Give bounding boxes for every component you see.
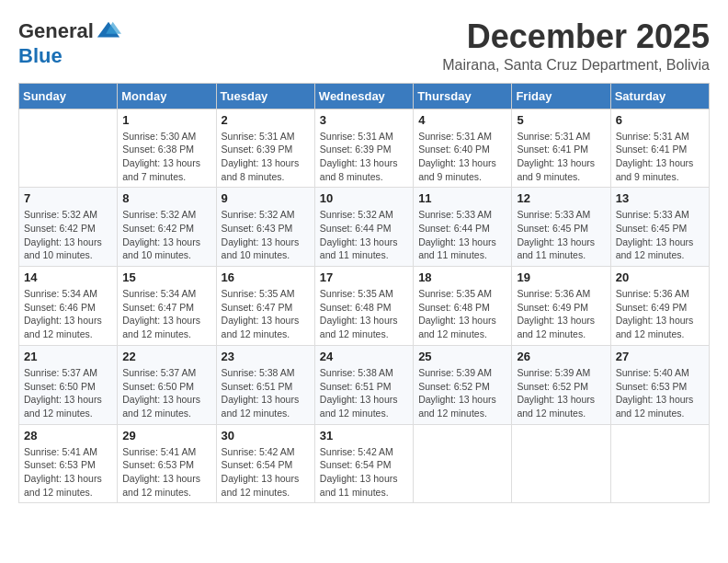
day-number: 29	[122, 429, 210, 442]
day-number: 2	[222, 113, 310, 127]
day-number: 19	[517, 270, 605, 284]
calendar-week-row: 14Sunrise: 5:34 AMSunset: 6:46 PMDayligh…	[19, 267, 710, 346]
calendar-cell: 9Sunrise: 5:32 AMSunset: 6:43 PMDaylight…	[216, 188, 314, 267]
day-info: Sunrise: 5:35 AMSunset: 6:48 PMDaylight:…	[418, 287, 506, 341]
location-title: Mairana, Santa Cruz Department, Bolivia	[442, 57, 710, 74]
day-number: 5	[517, 113, 605, 127]
logo-blue-text: Blue	[18, 44, 63, 67]
day-info: Sunrise: 5:33 AMSunset: 6:45 PMDaylight:…	[517, 208, 605, 262]
day-info: Sunrise: 5:31 AMSunset: 6:39 PMDaylight:…	[222, 130, 310, 184]
day-number: 10	[320, 191, 408, 205]
day-number: 7	[24, 191, 112, 205]
calendar-cell: 8Sunrise: 5:32 AMSunset: 6:42 PMDaylight…	[118, 188, 216, 267]
calendar-cell: 31Sunrise: 5:42 AMSunset: 6:54 PMDayligh…	[314, 424, 413, 503]
calendar-week-row: 1Sunrise: 5:30 AMSunset: 6:38 PMDaylight…	[19, 109, 710, 188]
calendar-cell: 14Sunrise: 5:34 AMSunset: 6:46 PMDayligh…	[19, 267, 118, 346]
day-number: 9	[222, 191, 310, 205]
day-info: Sunrise: 5:32 AMSunset: 6:42 PMDaylight:…	[122, 208, 210, 262]
calendar-cell: 12Sunrise: 5:33 AMSunset: 6:45 PMDayligh…	[512, 188, 610, 267]
day-number: 25	[418, 350, 506, 363]
day-info: Sunrise: 5:35 AMSunset: 6:47 PMDaylight:…	[222, 287, 310, 341]
day-info: Sunrise: 5:34 AMSunset: 6:47 PMDaylight:…	[122, 287, 210, 341]
calendar-cell: 28Sunrise: 5:41 AMSunset: 6:53 PMDayligh…	[19, 424, 118, 503]
calendar-cell: 13Sunrise: 5:33 AMSunset: 6:45 PMDayligh…	[610, 188, 709, 267]
calendar-cell: 29Sunrise: 5:41 AMSunset: 6:53 PMDayligh…	[118, 424, 216, 503]
day-number: 11	[418, 191, 506, 205]
logo: General Blue	[18, 18, 121, 68]
logo-icon	[96, 18, 121, 44]
calendar-cell: 16Sunrise: 5:35 AMSunset: 6:47 PMDayligh…	[216, 267, 314, 346]
day-info: Sunrise: 5:36 AMSunset: 6:49 PMDaylight:…	[517, 287, 605, 341]
day-number: 16	[222, 270, 310, 284]
day-info: Sunrise: 5:39 AMSunset: 6:52 PMDaylight:…	[418, 366, 506, 420]
calendar-cell: 7Sunrise: 5:32 AMSunset: 6:42 PMDaylight…	[19, 188, 118, 267]
calendar-cell: 15Sunrise: 5:34 AMSunset: 6:47 PMDayligh…	[118, 267, 216, 346]
day-of-week-header: Thursday	[414, 83, 512, 109]
calendar-cell: 30Sunrise: 5:42 AMSunset: 6:54 PMDayligh…	[216, 424, 314, 503]
calendar-cell: 5Sunrise: 5:31 AMSunset: 6:41 PMDaylight…	[512, 109, 610, 188]
day-number: 26	[517, 350, 605, 363]
calendar-cell: 26Sunrise: 5:39 AMSunset: 6:52 PMDayligh…	[512, 345, 610, 424]
day-number: 22	[122, 350, 210, 363]
calendar-cell	[610, 424, 709, 503]
day-info: Sunrise: 5:41 AMSunset: 6:53 PMDaylight:…	[24, 445, 112, 500]
calendar-cell: 4Sunrise: 5:31 AMSunset: 6:40 PMDaylight…	[414, 109, 512, 188]
day-info: Sunrise: 5:42 AMSunset: 6:54 PMDaylight:…	[320, 445, 408, 500]
day-info: Sunrise: 5:31 AMSunset: 6:41 PMDaylight:…	[616, 130, 704, 184]
day-info: Sunrise: 5:40 AMSunset: 6:53 PMDaylight:…	[616, 366, 704, 420]
calendar-cell	[414, 424, 512, 503]
calendar-cell: 23Sunrise: 5:38 AMSunset: 6:51 PMDayligh…	[216, 345, 314, 424]
day-number: 31	[320, 429, 408, 442]
title-area: December 2025 Mairana, Santa Cruz Depart…	[442, 18, 710, 74]
day-number: 13	[616, 191, 704, 205]
day-of-week-header: Monday	[118, 83, 216, 109]
calendar-cell: 2Sunrise: 5:31 AMSunset: 6:39 PMDaylight…	[216, 109, 314, 188]
day-info: Sunrise: 5:41 AMSunset: 6:53 PMDaylight:…	[122, 445, 210, 500]
day-number: 14	[24, 270, 112, 284]
day-info: Sunrise: 5:32 AMSunset: 6:43 PMDaylight:…	[222, 208, 310, 262]
calendar-cell	[512, 424, 610, 503]
calendar-cell: 21Sunrise: 5:37 AMSunset: 6:50 PMDayligh…	[19, 345, 118, 424]
day-info: Sunrise: 5:38 AMSunset: 6:51 PMDaylight:…	[320, 366, 408, 420]
calendar-cell: 20Sunrise: 5:36 AMSunset: 6:49 PMDayligh…	[610, 267, 709, 346]
day-number: 15	[122, 270, 210, 284]
calendar-cell: 17Sunrise: 5:35 AMSunset: 6:48 PMDayligh…	[314, 267, 413, 346]
calendar-cell: 22Sunrise: 5:37 AMSunset: 6:50 PMDayligh…	[118, 345, 216, 424]
day-number: 1	[122, 113, 210, 127]
day-info: Sunrise: 5:38 AMSunset: 6:51 PMDaylight:…	[222, 366, 310, 420]
calendar-cell: 19Sunrise: 5:36 AMSunset: 6:49 PMDayligh…	[512, 267, 610, 346]
calendar-table: SundayMondayTuesdayWednesdayThursdayFrid…	[18, 83, 710, 504]
calendar-week-row: 21Sunrise: 5:37 AMSunset: 6:50 PMDayligh…	[19, 345, 710, 424]
day-of-week-header: Wednesday	[314, 83, 413, 109]
calendar-cell: 24Sunrise: 5:38 AMSunset: 6:51 PMDayligh…	[314, 345, 413, 424]
calendar-cell: 3Sunrise: 5:31 AMSunset: 6:39 PMDaylight…	[314, 109, 413, 188]
day-info: Sunrise: 5:33 AMSunset: 6:45 PMDaylight:…	[616, 208, 704, 262]
calendar-cell: 11Sunrise: 5:33 AMSunset: 6:44 PMDayligh…	[414, 188, 512, 267]
day-number: 21	[24, 350, 112, 363]
day-of-week-header: Friday	[512, 83, 610, 109]
calendar-cell: 27Sunrise: 5:40 AMSunset: 6:53 PMDayligh…	[610, 345, 709, 424]
month-title: December 2025	[442, 18, 710, 55]
day-info: Sunrise: 5:32 AMSunset: 6:44 PMDaylight:…	[320, 208, 408, 262]
day-of-week-header: Sunday	[19, 83, 118, 109]
calendar-header-row: SundayMondayTuesdayWednesdayThursdayFrid…	[19, 83, 710, 109]
day-number: 20	[616, 270, 704, 284]
day-number: 24	[320, 350, 408, 363]
calendar-week-row: 28Sunrise: 5:41 AMSunset: 6:53 PMDayligh…	[19, 424, 710, 503]
day-info: Sunrise: 5:42 AMSunset: 6:54 PMDaylight:…	[222, 445, 310, 500]
day-number: 3	[320, 113, 408, 127]
day-number: 30	[222, 429, 310, 442]
day-number: 28	[24, 429, 112, 442]
day-number: 8	[122, 191, 210, 205]
day-info: Sunrise: 5:37 AMSunset: 6:50 PMDaylight:…	[122, 366, 210, 420]
calendar-cell: 10Sunrise: 5:32 AMSunset: 6:44 PMDayligh…	[314, 188, 413, 267]
day-number: 12	[517, 191, 605, 205]
day-info: Sunrise: 5:34 AMSunset: 6:46 PMDaylight:…	[24, 287, 112, 341]
day-info: Sunrise: 5:30 AMSunset: 6:38 PMDaylight:…	[122, 130, 210, 184]
day-info: Sunrise: 5:32 AMSunset: 6:42 PMDaylight:…	[24, 208, 112, 262]
day-of-week-header: Tuesday	[216, 83, 314, 109]
day-number: 6	[616, 113, 704, 127]
day-number: 18	[418, 270, 506, 284]
day-info: Sunrise: 5:39 AMSunset: 6:52 PMDaylight:…	[517, 366, 605, 420]
calendar-cell: 6Sunrise: 5:31 AMSunset: 6:41 PMDaylight…	[610, 109, 709, 188]
